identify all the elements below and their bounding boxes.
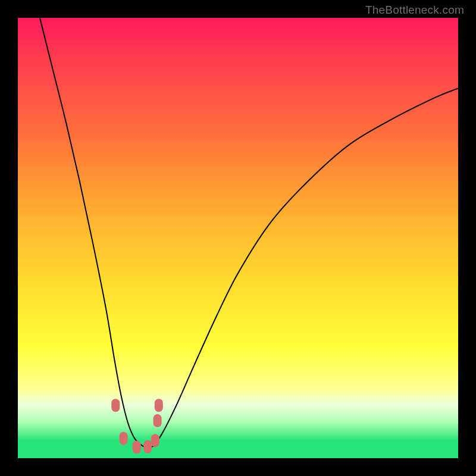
curve-markers <box>111 399 163 453</box>
chart-svg <box>18 18 458 458</box>
watermark-text: TheBottleneck.com <box>365 4 464 17</box>
bottleneck-curve <box>40 18 458 447</box>
curve-marker <box>155 399 163 412</box>
curve-marker <box>154 414 162 427</box>
curve-marker <box>120 432 128 445</box>
curve-marker <box>151 434 159 447</box>
curve-marker <box>111 399 120 412</box>
curve-marker <box>133 441 141 454</box>
curve-marker <box>143 440 152 453</box>
chart-frame: TheBottleneck.com <box>0 0 476 476</box>
